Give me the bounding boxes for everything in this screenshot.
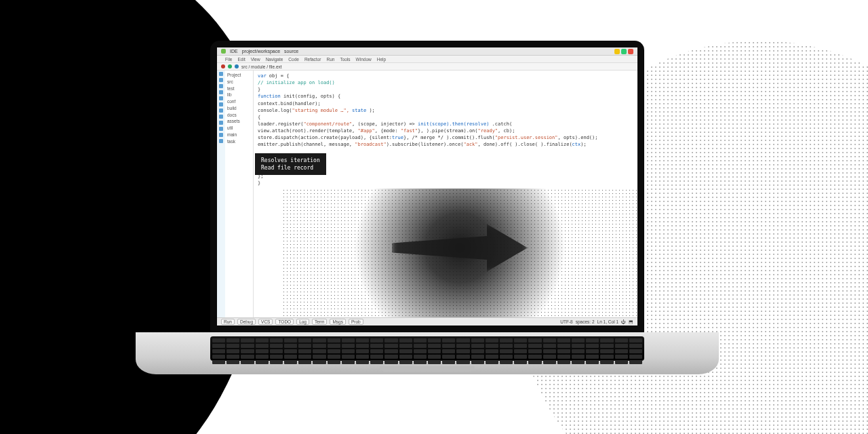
tree-item[interactable]: assets <box>227 118 251 125</box>
menu-item[interactable]: File <box>225 57 232 62</box>
code-token: ); <box>580 142 586 147</box>
code-token: "ack" <box>463 142 477 147</box>
laptop-base <box>136 332 719 374</box>
tool-terminal-icon[interactable] <box>219 127 223 131</box>
menu-item[interactable]: Window <box>356 57 372 62</box>
project-tree[interactable]: Project src test lib conf build docs ass… <box>225 71 254 317</box>
tooltip-line: Resolves iteration <box>261 157 320 164</box>
tree-item[interactable]: util <box>227 125 251 132</box>
code-token: init(scope).then(resolve) <box>418 121 492 127</box>
code-token: , done).off( ).close( ).finalize( <box>478 142 572 147</box>
code-token: "broadcast" <box>355 142 386 147</box>
status-item[interactable]: Log <box>296 319 309 325</box>
run-config-icon[interactable] <box>221 64 225 68</box>
tool-problems-icon[interactable] <box>219 133 223 137</box>
status-bar: Run Debug VCS TODO Log Term Msgs Prob UT… <box>217 317 637 326</box>
status-item[interactable]: VCS <box>258 319 273 325</box>
layout-icon[interactable]: ⬒ <box>629 319 633 325</box>
window-controls <box>614 49 633 54</box>
status-item[interactable]: Run <box>221 319 235 325</box>
tree-item[interactable]: build <box>227 105 251 112</box>
code-editor[interactable]: var obj = { // initialize app on load() … <box>254 71 637 317</box>
code-line: // initialize app on load() <box>258 79 633 86</box>
tool-favorites-icon[interactable] <box>219 84 223 88</box>
code-token: (config, opts) { <box>295 94 340 99</box>
code-token: "fast" <box>401 128 418 134</box>
window-titlebar: IDE project/workspace source <box>217 47 637 56</box>
tree-item[interactable]: main <box>227 132 251 138</box>
app-icon <box>221 49 226 54</box>
status-item[interactable]: Prob <box>349 319 363 325</box>
tool-project-icon[interactable] <box>219 72 223 76</box>
code-token: emitter.publish(channel, message, <box>258 142 355 147</box>
menu-item[interactable]: Code <box>288 57 299 62</box>
menu-item[interactable]: Refactor <box>304 57 321 62</box>
code-token: console.log( <box>258 108 292 113</box>
status-item[interactable]: Debug <box>237 319 256 325</box>
code-token: obj <box>269 73 278 79</box>
code-token: .catch( <box>492 121 513 127</box>
editor-workzone: Project src test lib conf build docs ass… <box>217 71 637 317</box>
code-token: , opts).end(); <box>558 135 598 140</box>
menu-item[interactable]: Help <box>377 57 386 62</box>
tool-debug-icon[interactable] <box>219 102 223 106</box>
laptop-screen-bezel: IDE project/workspace source File Edit V… <box>210 41 644 332</box>
tree-item[interactable]: Project <box>227 72 251 79</box>
tool-todo-icon[interactable] <box>219 139 223 143</box>
maximize-button[interactable] <box>621 49 627 54</box>
code-token: , (scope, injector) => <box>352 121 418 127</box>
menu-item[interactable]: Edit <box>237 57 245 62</box>
sync-icon[interactable] <box>235 64 239 68</box>
menu-bar: File Edit View Navigate Code Refactor Ru… <box>217 56 637 63</box>
tree-item[interactable]: src <box>227 79 251 85</box>
title-project: project/workspace <box>242 49 280 54</box>
tree-item[interactable]: test <box>227 85 251 92</box>
tool-vcs-icon[interactable] <box>219 96 223 100</box>
minimize-button[interactable] <box>614 49 620 54</box>
status-indent[interactable]: spaces: 2 <box>576 319 595 324</box>
menu-item[interactable]: Navigate <box>266 57 283 62</box>
tool-db-icon[interactable] <box>219 121 223 125</box>
code-token: function <box>258 94 283 99</box>
code-line: context.bind(handler); <box>258 100 633 107</box>
code-token: init <box>283 94 295 99</box>
title-app: IDE <box>230 49 238 54</box>
code-token: "ready" <box>478 128 498 134</box>
editor-tooltip: Resolves iteration Read file record <box>255 153 326 175</box>
tree-item[interactable]: task <box>227 138 251 145</box>
menu-item[interactable]: Tools <box>340 57 350 62</box>
vcs-status-icon[interactable] <box>228 64 232 68</box>
status-item[interactable]: Msgs <box>330 319 346 325</box>
tool-gutter <box>217 71 225 317</box>
code-token: = { <box>278 73 290 79</box>
tool-services-icon[interactable] <box>219 115 223 119</box>
code-line: } <box>258 86 633 93</box>
power-icon[interactable]: ⏻ <box>621 319 626 324</box>
code-token: var <box>258 73 269 79</box>
laptop-keyboard <box>210 336 644 361</box>
ide-window: IDE project/workspace source File Edit V… <box>217 47 637 326</box>
close-button[interactable] <box>628 49 633 54</box>
code-token: ).subscribe(listener).once( <box>387 142 464 147</box>
code-token: ); <box>366 108 375 113</box>
title-file: source <box>284 49 298 54</box>
code-token: "persist.user.session" <box>495 135 558 140</box>
code-token: }, ).pipe(stream).on( <box>418 128 478 134</box>
tree-item[interactable]: conf <box>227 98 251 105</box>
status-encoding[interactable]: UTF-8 <box>560 319 572 324</box>
tool-structure-icon[interactable] <box>219 78 223 82</box>
tree-item[interactable]: lib <box>227 92 251 98</box>
status-item[interactable]: TODO <box>275 319 294 325</box>
tool-run-icon[interactable] <box>219 108 223 113</box>
status-item[interactable]: Term <box>312 319 327 325</box>
breadcrumb[interactable]: src / module / file.ext <box>241 64 282 69</box>
tree-item[interactable]: docs <box>227 112 251 119</box>
decorative-arrow-icon <box>392 224 528 271</box>
code-line: { <box>258 114 633 121</box>
code-token: "component/route" <box>303 121 352 127</box>
tool-bookmarks-icon[interactable] <box>219 90 223 94</box>
status-caret[interactable]: Ln 1, Col 1 <box>597 319 618 324</box>
code-token: , {mode: <box>375 128 401 134</box>
menu-item[interactable]: View <box>251 57 260 62</box>
menu-item[interactable]: Run <box>326 57 334 62</box>
